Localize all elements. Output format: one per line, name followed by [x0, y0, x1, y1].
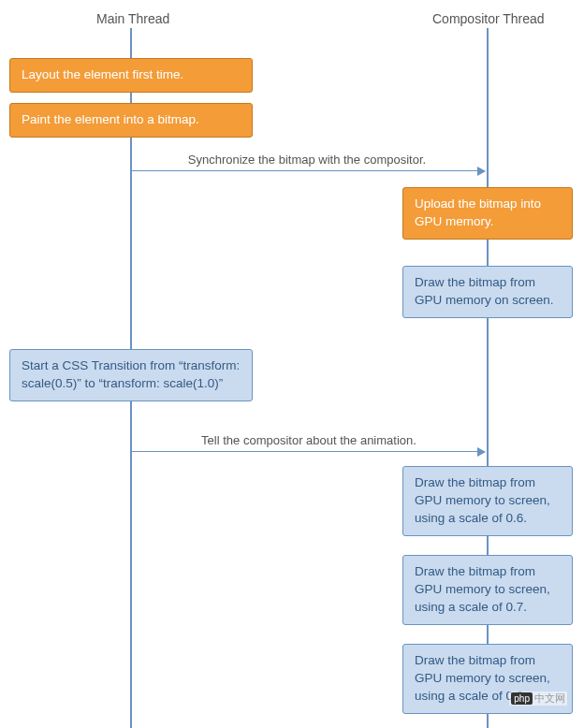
box-layout-element: Layout the element first time.: [9, 58, 253, 93]
watermark: php中文网: [509, 692, 567, 706]
arrow-label-tell-compositor: Tell the compositor about the animation.: [178, 433, 440, 447]
box-draw-scale-06: Draw the bitmap from GPU memory to scree…: [402, 466, 573, 536]
arrow-synchronize: [131, 170, 485, 171]
arrow-tell-compositor: [131, 451, 485, 452]
arrow-label-synchronize: Synchronize the bitmap with the composit…: [167, 153, 447, 167]
watermark-text: 中文网: [534, 692, 565, 704]
box-draw-bitmap-screen: Draw the bitmap from GPU memory on scree…: [402, 266, 573, 318]
header-main-thread: Main Thread: [96, 11, 169, 26]
box-draw-scale-07: Draw the bitmap from GPU memory to scree…: [402, 555, 573, 625]
box-paint-element: Paint the element into a bitmap.: [9, 103, 253, 138]
header-compositor-thread: Compositor Thread: [432, 11, 545, 26]
box-start-css-transition: Start a CSS Transition from “transform: …: [9, 349, 253, 401]
watermark-logo: php: [511, 692, 533, 705]
box-upload-bitmap: Upload the bitmap into GPU memory.: [402, 187, 573, 240]
